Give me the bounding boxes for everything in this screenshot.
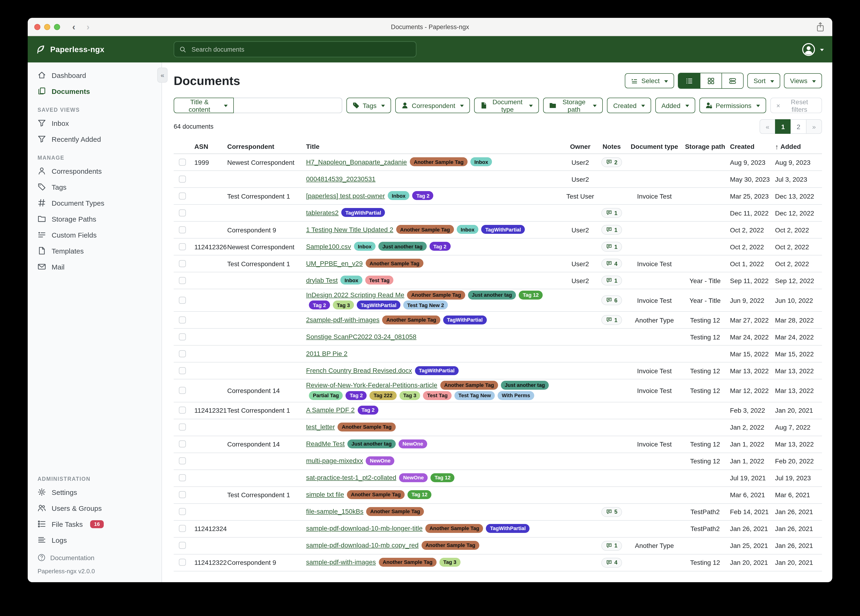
tag-badge[interactable]: Test Tag New 2 bbox=[403, 300, 448, 310]
row-checkbox[interactable] bbox=[179, 508, 186, 515]
tag-badge[interactable]: TagWithPartial bbox=[342, 208, 385, 217]
tag-badge[interactable]: TagWithPartial bbox=[415, 366, 458, 375]
tag-badge[interactable]: Another Sample Tag bbox=[378, 558, 436, 567]
sidebar-item-custom-fields[interactable]: Custom Fields bbox=[28, 227, 162, 243]
tag-badge[interactable]: TagWithPartial bbox=[357, 300, 400, 310]
document-title-link[interactable]: sample-pdf-download-10-mb-longer-title bbox=[306, 525, 422, 532]
tag-badge[interactable]: Tag 2 bbox=[429, 242, 450, 251]
notes-badge[interactable]: 2 bbox=[601, 157, 622, 167]
row-checkbox[interactable] bbox=[179, 525, 186, 532]
document-title-link[interactable]: Sonstige ScanPC2022 03-24_081058 bbox=[306, 333, 416, 340]
tag-badge[interactable]: Tag 3 bbox=[399, 391, 421, 400]
row-checkbox[interactable] bbox=[179, 277, 186, 284]
row-checkbox[interactable] bbox=[179, 243, 186, 250]
documentation-link[interactable]: Documentation bbox=[38, 553, 152, 561]
tag-badge[interactable]: Another Sample Tag bbox=[366, 507, 424, 516]
filter-button-correspondent[interactable]: Correspondent bbox=[395, 97, 470, 113]
row-checkbox[interactable] bbox=[179, 192, 186, 199]
row-checkbox[interactable] bbox=[179, 542, 186, 549]
document-title-link[interactable]: French Country Bread Revised.docx bbox=[306, 367, 412, 374]
document-title-link[interactable]: sample-pdf-download-10-mb copy_red bbox=[306, 542, 419, 549]
notes-badge[interactable]: 1 bbox=[601, 276, 622, 286]
tag-badge[interactable]: Another Sample Tag bbox=[338, 423, 395, 432]
sidebar-item-storage-paths[interactable]: Storage Paths bbox=[28, 211, 162, 227]
sidebar-item-mail[interactable]: Mail bbox=[28, 259, 162, 275]
row-checkbox[interactable] bbox=[179, 475, 186, 481]
title-content-input[interactable] bbox=[234, 97, 342, 113]
tag-badge[interactable]: Inbox bbox=[341, 276, 363, 285]
table-row[interactable]: file-sample_150kBsAnother Sample Tag 5 T… bbox=[174, 504, 822, 521]
document-title-link[interactable]: 0004814539_20230531 bbox=[306, 175, 375, 182]
filter-button-added[interactable]: Added bbox=[655, 97, 695, 113]
table-row[interactable]: 1999 Newest Correspondent H7_Napoleon_Bo… bbox=[174, 154, 822, 171]
row-checkbox[interactable] bbox=[179, 424, 186, 431]
views-button[interactable]: Views bbox=[784, 73, 822, 88]
notes-badge[interactable]: 1 bbox=[601, 541, 622, 551]
tag-badge[interactable]: With Perms bbox=[498, 391, 534, 400]
table-row[interactable]: Correspondent 9 1 Testing New Title Upda… bbox=[174, 222, 822, 239]
document-title-link[interactable]: simple txt file bbox=[306, 491, 344, 498]
tag-badge[interactable]: NewOne bbox=[399, 473, 428, 482]
sidebar-item-documents[interactable]: Documents bbox=[28, 83, 162, 99]
table-row[interactable]: 2sample-pdf-with-imagesAnother Sample Ta… bbox=[174, 312, 822, 329]
sidebar-item-users-groups[interactable]: Users & Groups bbox=[28, 500, 162, 516]
table-row[interactable]: sample-pdf-download-10-mb copy_redAnothe… bbox=[174, 537, 822, 555]
document-title-link[interactable]: Sample100.csv bbox=[306, 242, 351, 250]
table-row[interactable]: Test Correspondent 1 [paperless] test po… bbox=[174, 188, 822, 205]
row-checkbox[interactable] bbox=[179, 407, 186, 414]
column-header-document-type[interactable]: Document type bbox=[627, 143, 682, 150]
tag-badge[interactable]: Another Sample Tag bbox=[396, 225, 454, 234]
row-checkbox[interactable] bbox=[179, 387, 186, 394]
tag-badge[interactable]: Partial Tag bbox=[309, 391, 343, 400]
column-header-storage-path[interactable]: Storage path bbox=[682, 143, 728, 150]
row-checkbox[interactable] bbox=[179, 367, 186, 374]
tag-badge[interactable]: Inbox bbox=[457, 225, 479, 234]
row-checkbox[interactable] bbox=[179, 457, 186, 465]
tag-badge[interactable]: Another Sample Tag bbox=[440, 381, 498, 390]
notes-badge[interactable]: 5 bbox=[601, 507, 622, 517]
document-title-link[interactable]: [paperless] test post-owner bbox=[306, 192, 385, 199]
sidebar-item-dashboard[interactable]: Dashboard bbox=[28, 67, 162, 83]
title-content-dropdown[interactable]: Title & content bbox=[174, 97, 234, 113]
row-checkbox[interactable] bbox=[179, 491, 186, 498]
tag-badge[interactable]: Tag 3 bbox=[333, 300, 354, 310]
tag-badge[interactable]: Just another tag bbox=[501, 381, 549, 390]
tag-badge[interactable]: NewOne bbox=[399, 440, 427, 449]
sidebar-item-logs[interactable]: Logs bbox=[28, 532, 162, 548]
row-checkbox[interactable] bbox=[179, 209, 186, 216]
view-grid-button[interactable] bbox=[700, 73, 722, 88]
row-checkbox[interactable] bbox=[179, 226, 186, 233]
pagination-page-2[interactable]: 2 bbox=[791, 119, 807, 134]
filter-button-document-type[interactable]: Document type bbox=[474, 97, 539, 113]
document-title-link[interactable]: test_letter bbox=[306, 423, 335, 431]
tag-badge[interactable]: Test Tag bbox=[423, 391, 452, 400]
notes-badge[interactable]: 1 bbox=[601, 242, 622, 251]
pagination-prev-button[interactable]: « bbox=[760, 119, 775, 134]
tag-badge[interactable]: TagWithPartial bbox=[486, 524, 530, 533]
tag-badge[interactable]: Another Sample Tag bbox=[407, 291, 465, 300]
column-header-owner[interactable]: Owner bbox=[564, 143, 596, 150]
row-checkbox[interactable] bbox=[179, 350, 186, 357]
tag-badge[interactable]: Tag 12 bbox=[519, 291, 543, 300]
view-list-button[interactable] bbox=[678, 73, 700, 88]
tag-badge[interactable]: Another Sample Tag bbox=[347, 490, 405, 499]
table-row[interactable]: 2011 BP Pie 2 Mar 15, 2022 Mar 15, 2022 bbox=[174, 346, 822, 363]
tag-badge[interactable]: Inbox bbox=[388, 191, 410, 200]
filter-button-tags[interactable]: Tags bbox=[346, 97, 391, 113]
tag-badge[interactable]: Tag 222 bbox=[370, 391, 396, 400]
filter-button-permissions[interactable]: Permissions bbox=[699, 97, 766, 113]
table-row[interactable]: 112412321 Test Correspondent 1 A Sample … bbox=[174, 402, 822, 419]
notes-badge[interactable]: 4 bbox=[601, 259, 622, 269]
notes-badge[interactable]: 4 bbox=[601, 558, 622, 568]
brand[interactable]: Paperless-ngx bbox=[28, 44, 174, 54]
tag-badge[interactable]: Tag 2 bbox=[358, 405, 378, 415]
table-row[interactable]: 112412322 Correspondent 9 sample-pdf-wit… bbox=[174, 555, 822, 571]
sidebar-item-templates[interactable]: Templates bbox=[28, 243, 162, 259]
column-header-correspondent[interactable]: Correspondent bbox=[227, 143, 306, 150]
tag-badge[interactable]: Just another tag bbox=[468, 291, 516, 300]
column-header-title[interactable]: Title bbox=[306, 143, 564, 150]
table-row[interactable]: Correspondent 14 ReadMe TestJust another… bbox=[174, 436, 822, 453]
table-row[interactable]: French Country Bread Revised.docxTagWith… bbox=[174, 363, 822, 380]
sidebar-item-settings[interactable]: Settings bbox=[28, 484, 162, 500]
tag-badge[interactable]: TagWithPartial bbox=[443, 315, 486, 324]
